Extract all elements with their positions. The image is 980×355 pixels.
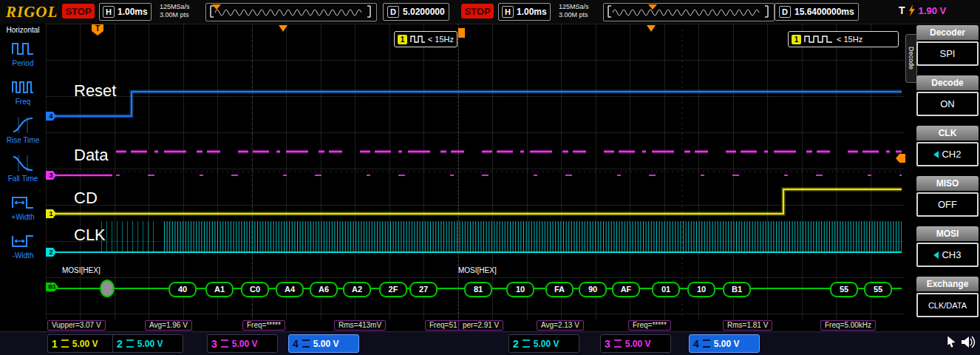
measurement-item: Freq=5.00kHz [820, 320, 876, 331]
channel-scale: 5.00 V [232, 339, 258, 349]
menu-item-label: Rise Time [7, 136, 39, 144]
delay-right[interactable]: D 15.6400000ms [775, 3, 859, 21]
decoded-byte: B1 [723, 282, 751, 297]
measurement-item: Vupper=3.07 V [47, 320, 106, 331]
menu-item-plus-width[interactable]: +Width [1, 192, 44, 221]
reset-trace [49, 92, 902, 116]
pulse-icon [410, 35, 425, 44]
decoded-byte: 01 [652, 282, 680, 297]
menu-group-mosi[interactable]: MOSI CH3 [916, 226, 979, 267]
decode-menu-tab[interactable]: Decode [905, 34, 917, 83]
menu-item-rise-time[interactable]: Rise Time [1, 115, 44, 144]
channel-box-3-left[interactable]: 3 5.00 V [207, 334, 278, 353]
memory-waveform-right [604, 4, 772, 19]
channel-number: 3 [605, 338, 610, 350]
speaker-icon[interactable] [962, 336, 976, 349]
menu-item-period[interactable]: Period [1, 38, 44, 67]
timebase-right[interactable]: H 1.00ms [498, 3, 551, 21]
channel-box-4-left[interactable]: 4 5.00 V [288, 334, 359, 353]
memory-strip-right[interactable] [603, 3, 775, 21]
trigger-condition-text: < 15Hz [428, 35, 454, 44]
decoded-byte: 40 [169, 282, 197, 297]
channel-box-4-right[interactable]: 4 5.00 V [689, 334, 760, 353]
menu-item-label: +Width [11, 213, 34, 221]
delay-value-right: 15.6400000ms [794, 7, 854, 17]
decode-tab-label: Decode [908, 47, 915, 70]
decoded-byte: 27 [409, 282, 438, 297]
channel-number: 4 [293, 338, 299, 350]
h-label-right: H [502, 6, 514, 18]
menu-header: Decoder [916, 25, 979, 40]
decoded-byte: AF [612, 282, 640, 297]
channel-arrow-icon [933, 151, 939, 158]
horizontal-menu-title: Horizontal [6, 26, 39, 34]
run-state-left[interactable]: STOP [62, 4, 95, 18]
menu-value: CH2 [942, 149, 961, 160]
decoded-byte: A2 [343, 282, 371, 297]
menu-value: CH3 [942, 249, 961, 260]
channel-number: 4 [693, 338, 699, 350]
coupling-icon [302, 339, 310, 348]
trigger-source-badge: 1 [398, 35, 407, 44]
timebase-left[interactable]: H 1.00ms [99, 3, 152, 21]
trigger-level-value: 1.90 V [919, 5, 947, 16]
channel-number: 2 [513, 338, 519, 350]
channel-arrow-icon [933, 251, 939, 259]
menu-item-freq[interactable]: Freq [1, 77, 44, 106]
menu-group-decode[interactable]: Decode ON [916, 75, 979, 116]
channel-box-2-left[interactable]: 2 5.00 V [112, 334, 183, 353]
delay-left[interactable]: D 5.0200000 [383, 3, 449, 21]
channel-number: 1 [52, 338, 58, 350]
label-cd: CD [74, 189, 98, 208]
measurement-item: Freq=51 [425, 320, 460, 331]
decoded-byte: 81 [464, 282, 492, 297]
decoded-byte: C0 [241, 282, 269, 297]
channel-scale: 5.00 V [313, 339, 339, 349]
oscilloscope-screen: RIGOL STOP H 1.00ms 125MSa/s 3.00M pts D… [0, 0, 980, 355]
channel-box-2-right[interactable]: 2 5.00 V [508, 334, 579, 353]
rise-time-icon [11, 115, 35, 135]
trigger-condition-text: < 15Hz [837, 35, 862, 44]
menu-group-clk[interactable]: CLK CH2 [916, 126, 979, 166]
label-data: Data [74, 146, 108, 165]
delay-value-left: 5.0200000 [403, 7, 445, 17]
measurement-item: Rms=1.81 V [723, 320, 772, 331]
menu-item-fall-time[interactable]: Fall Time [1, 154, 44, 183]
measurement-item: Avg=2.13 V [537, 320, 584, 331]
menu-value: CLK/DATA [928, 301, 967, 310]
trigger-condition-left: 1 < 15Hz [394, 31, 457, 47]
menu-item-label: Period [13, 59, 34, 67]
run-state-right[interactable]: STOP [461, 4, 494, 18]
channel-scale: 5.00 V [714, 339, 740, 349]
timebase-value-right: 1.00ms [517, 7, 547, 17]
decoded-byte: A4 [276, 282, 304, 297]
channel-scale: 5.00 V [625, 339, 651, 349]
channel-box-3-right[interactable]: 3 5.00 V [600, 334, 671, 353]
decoded-byte: 10 [687, 282, 715, 297]
measurement-item: Rms=413mV [334, 320, 386, 331]
memory-trigger-pointer-right[interactable] [648, 4, 657, 10]
memory-strip-left[interactable] [205, 3, 377, 21]
menu-item-minus-width[interactable]: -Width [1, 231, 44, 260]
menu-value: SPI [940, 48, 956, 59]
memory-trigger-pointer-left[interactable] [212, 4, 221, 10]
menu-header: Exchange [916, 277, 979, 291]
cd-trace [49, 189, 902, 214]
menu-group-exchange[interactable]: Exchange CLK/DATA [916, 277, 979, 317]
menu-item-label: -Width [13, 251, 34, 260]
bus-label-left: MOSI[HEX] [62, 266, 101, 274]
period-icon [11, 38, 35, 58]
menu-group-decoder[interactable]: Decoder SPI [916, 25, 979, 66]
trigger-condition-right: 1 < 15Hz [788, 31, 899, 47]
channel-box-1-left[interactable]: 1 5.00 V [47, 334, 118, 353]
decoded-byte: 55 [830, 282, 858, 297]
trigger-readout[interactable]: T 1.90 V [899, 4, 946, 16]
d-label-left: D [387, 6, 399, 18]
menu-group-miso[interactable]: MISO OFF [916, 176, 979, 217]
rigol-logo: RIGOL [6, 3, 58, 21]
channel-number: 3 [211, 338, 217, 350]
fall-time-icon [11, 154, 35, 173]
trigger-source-badge: 1 [792, 35, 801, 44]
horizontal-menu: Horizontal Period Freq Rise Time [0, 24, 47, 331]
h-label-left: H [103, 6, 115, 18]
